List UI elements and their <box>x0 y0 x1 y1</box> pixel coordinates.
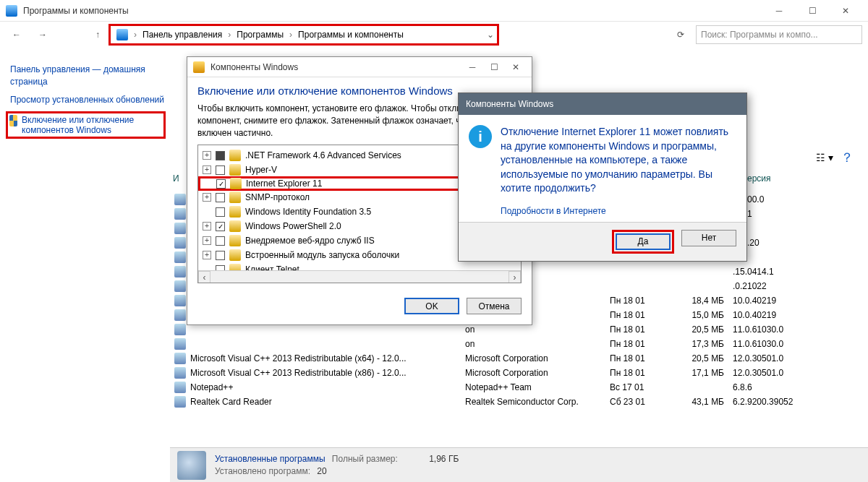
program-icon <box>174 280 186 292</box>
program-publisher: Realtek Semiconductor Corp. <box>465 397 610 407</box>
forward-button[interactable]: → <box>32 24 54 46</box>
checkbox[interactable]: ✓ <box>216 222 225 231</box>
program-icon <box>174 223 186 234</box>
program-date: Пн 18 01 <box>610 353 675 363</box>
chevron-right-icon: › <box>134 30 137 40</box>
sidebar-home-link[interactable]: Панель управления — домашняя страница <box>10 64 166 88</box>
program-version: 10.0.40219 <box>733 296 820 306</box>
col-version[interactable]: ерсия <box>747 173 771 184</box>
program-icon <box>174 295 186 306</box>
program-size: 20,5 МБ <box>675 324 733 335</box>
breadcrumb-icon <box>116 29 128 40</box>
search-input[interactable]: Поиск: Программы и компо... <box>696 25 862 44</box>
expander-icon[interactable]: + <box>203 151 211 160</box>
sidebar-updates-link[interactable]: Просмотр установленных обновлений <box>10 94 166 106</box>
program-icon <box>174 382 186 393</box>
breadcrumb[interactable]: › Панель управления › Программы › Програ… <box>109 24 499 46</box>
program-icon <box>174 396 186 408</box>
close-button[interactable]: ✕ <box>506 59 526 75</box>
program-version: 11.0.61030.0 <box>733 339 820 349</box>
table-row[interactable]: onПн 18 0117,3 МБ11.0.61030.0 <box>170 337 868 351</box>
sidebar-features-link[interactable]: Включение или отключение компонентов Win… <box>6 111 166 139</box>
checkbox[interactable] <box>216 207 225 217</box>
checkbox[interactable] <box>216 236 225 246</box>
scroll-left-icon[interactable]: ‹ <box>198 271 210 283</box>
program-icon <box>174 194 186 205</box>
titlebar: Программы и компоненты ─ ☐ ✕ <box>0 0 868 22</box>
program-version: .0.21022 <box>733 281 820 291</box>
program-size: 20,5 МБ <box>675 353 733 363</box>
no-button[interactable]: Нет <box>681 230 736 246</box>
features-icon <box>193 61 205 73</box>
folder-icon <box>229 220 241 232</box>
checkbox[interactable] <box>216 151 225 160</box>
close-button[interactable]: ✕ <box>829 0 862 22</box>
status-count-label: Установлено программ: <box>215 466 310 476</box>
help-button[interactable]: ？ <box>841 149 854 166</box>
checkbox[interactable] <box>216 165 225 175</box>
program-date: Вс 17 01 <box>610 382 675 392</box>
expander-icon[interactable]: + <box>203 165 211 174</box>
sidebar: Панель управления — домашняя страница Пр… <box>0 48 170 460</box>
maximize-button[interactable]: ☐ <box>796 0 829 22</box>
yes-button-highlight: Да <box>612 230 674 254</box>
info-icon: i <box>469 125 492 148</box>
nav-row: ← → ↑ › Панель управления › Программы › … <box>0 22 868 48</box>
checkbox[interactable] <box>216 193 225 202</box>
table-row[interactable]: Microsoft Visual C++ 2013 Redistributabl… <box>170 366 868 380</box>
col-name[interactable]: И <box>173 173 179 184</box>
feature-label: Встроенный модуль запуска оболочки <box>245 250 399 260</box>
table-row[interactable]: Realtek Card ReaderRealtek Semiconductor… <box>170 395 868 409</box>
breadcrumb-item[interactable]: Панель управления <box>140 30 225 40</box>
folder-icon <box>229 164 241 176</box>
program-date: Пн 18 01 <box>610 324 675 335</box>
dialog-titlebar[interactable]: Компоненты Windows ─ ☐ ✕ <box>187 57 532 77</box>
program-icon <box>174 208 186 220</box>
program-icon <box>174 353 186 364</box>
program-icon <box>174 324 186 335</box>
app-icon <box>6 5 17 17</box>
chevron-down-icon[interactable]: ⌄ <box>487 30 494 40</box>
cancel-button[interactable]: Отмена <box>467 298 522 314</box>
scroll-right-icon[interactable]: › <box>509 271 521 283</box>
feature-label: Внедряемое веб-ядро служб IIS <box>245 236 375 246</box>
checkbox[interactable]: ✓ <box>216 179 226 189</box>
shield-icon <box>9 115 17 126</box>
expander-icon[interactable]: + <box>203 222 211 231</box>
program-size: 15,0 МБ <box>675 310 733 320</box>
program-version: 11.0.61030.0 <box>733 324 820 335</box>
program-icon <box>174 367 186 379</box>
details-link[interactable]: Подробности в Интернете <box>459 206 746 222</box>
table-row[interactable]: Notepad++Notepad++ TeamВс 17 016.8.6 <box>170 380 868 395</box>
ok-button[interactable]: OK <box>404 298 459 314</box>
expander-icon[interactable]: + <box>203 251 211 259</box>
program-icon <box>174 251 186 263</box>
program-icon <box>174 266 186 277</box>
program-date: Пн 18 01 <box>610 310 675 320</box>
confirm-title[interactable]: Компоненты Windows <box>459 93 746 115</box>
view-options-button[interactable]: ☷ ▾ <box>816 152 833 163</box>
breadcrumb-item[interactable]: Программы <box>234 30 286 40</box>
program-name: Notepad++ <box>190 382 465 392</box>
back-button[interactable]: ← <box>6 24 27 46</box>
status-bar: Установленные программы Полный размер: 1… <box>170 447 868 482</box>
feature-label: .NET Framework 4.6 Advanced Services <box>245 150 401 160</box>
maximize-button[interactable]: ☐ <box>484 59 504 75</box>
refresh-button[interactable]: ⟳ <box>670 24 692 46</box>
table-row[interactable]: Microsoft Visual C++ 2013 Redistributabl… <box>170 351 868 366</box>
expander-icon[interactable]: + <box>203 193 211 202</box>
horizontal-scrollbar[interactable]: ‹ › <box>198 270 521 283</box>
up-button[interactable]: ↑ <box>87 24 109 46</box>
breadcrumb-item[interactable]: Программы и компоненты <box>295 30 407 40</box>
yes-button[interactable]: Да <box>616 233 671 250</box>
minimize-button[interactable]: ─ <box>762 0 796 22</box>
minimize-button[interactable]: ─ <box>462 59 482 75</box>
feature-label: SNMP-протокол <box>245 192 310 202</box>
program-size: 17,1 МБ <box>675 368 733 378</box>
checkbox[interactable] <box>216 251 225 260</box>
program-date: Пн 18 01 <box>610 368 675 378</box>
confirm-message: Отключение Internet Explorer 11 может по… <box>501 125 736 196</box>
expander-icon[interactable]: + <box>203 236 211 245</box>
program-version: 10.0.40219 <box>733 310 820 320</box>
scroll-track[interactable] <box>210 271 509 283</box>
